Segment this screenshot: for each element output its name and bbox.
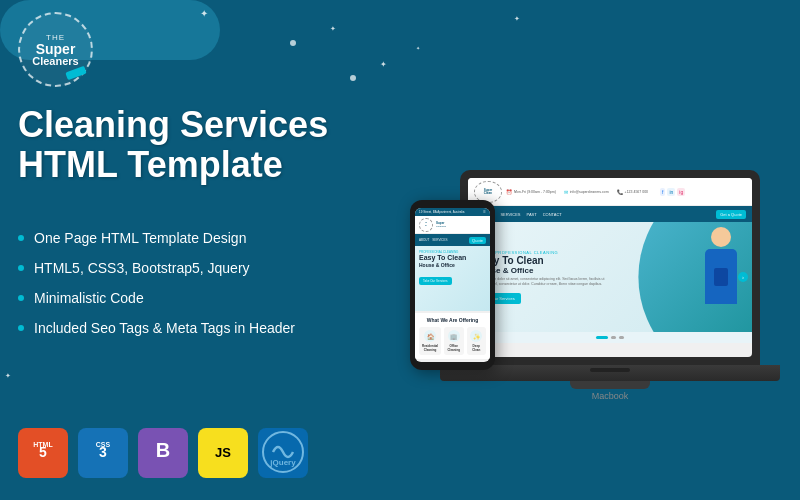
preview-phone: 📞 +123 4567 000 [617,189,648,195]
preview-nav-services: SERVICES [500,212,520,217]
svg-text:jQuery: jQuery [269,458,296,467]
feature-label-2: HTML5, CSS3, Bootstrap5, Jquery [34,260,250,276]
preview-nav-contact: CONTACT [543,212,562,217]
phone-card-3: ✨ Deep Clean [467,327,487,355]
preview-nav-past: PAST [527,212,537,217]
phone-card-icon-2: 🏢 [448,330,460,342]
phone-hero-subtitle: House & Office [419,262,486,268]
jquery-badge: jQuery [258,428,308,478]
preview-site-header: SuperClean ⏰ Mon-Fri (9:00am - 7:00pm) ✉… [468,178,752,206]
bullet-3 [18,295,24,301]
logo-area: THE Super Cleaners [18,12,93,87]
phone-card-icon-3: ✨ [470,330,482,342]
bootstrap-badge: B [138,428,188,478]
preview-hero-arrow-right: › [738,272,748,282]
sparkle-1: ✦ [200,8,208,19]
svg-text:CSS: CSS [96,441,111,448]
laptop-screen-outer: SuperClean ⏰ Mon-Fri (9:00am - 7:00pm) ✉… [460,170,760,365]
phone-hero-title: Easy To Clean [419,254,486,262]
feature-item-1: One Page HTML Template Design [18,230,378,246]
laptop-base [440,365,780,381]
phone-nav: ABOUT SERVICES Quote [415,234,490,246]
html5-badge-label: 5 HTML [29,437,57,470]
preview-hero-title: Easy To Clean [476,255,616,266]
preview-dots [468,332,752,343]
svg-text:B: B [156,439,170,461]
logo-brush-icon [65,66,87,80]
js-badge: JS [198,428,248,478]
main-title-line1: Cleaning Services [18,105,388,145]
tech-badges: 5 HTML 3 CSS B JS [18,428,308,478]
logo-circle: THE Super Cleaners [18,12,93,87]
bullet-2 [18,265,24,271]
feature-label-1: One Page HTML Template Design [34,230,246,246]
css3-badge-label: 3 CSS [89,437,117,470]
preview-site-nav: ABOUT US SERVICES PAST CONTACT Get a Quo… [468,206,752,222]
sparkle-4: ✦ [514,15,520,23]
phone-logo: SC [419,218,433,232]
preview-social-icons: f in ig [660,188,685,196]
logo-brand-line1: Super [36,42,76,56]
phone-section-title: What We Are Offering [419,317,486,323]
phone-service-cards: 🏠 Residential Cleaning 🏢 Office Cleaning… [419,327,486,355]
devices-container: SuperClean ⏰ Mon-Fri (9:00am - 7:00pm) ✉… [400,30,780,420]
phone-header-text: Super Cleaners [433,221,486,228]
js-badge-label: JS [209,437,237,470]
phone-top-bar: 19 Street, BA Apartment, Australia ☰ [415,208,490,216]
preview-email: ✉ info@supercleaners.com [564,189,609,195]
laptop-stand [570,381,650,389]
phone-card-icon-1: 🏠 [424,330,436,342]
phone-card-text-2: Office Cleaning [447,344,461,352]
feature-item-2: HTML5, CSS3, Bootstrap5, Jquery [18,260,378,276]
phone-site-header: SC Super Cleaners [415,216,490,234]
phone-card-2: 🏢 Office Cleaning [444,327,464,355]
phone-card-1: 🏠 Residential Cleaning [419,327,441,355]
sparkle-6: ✦ [5,372,11,380]
phone-card-text-1: Residential Cleaning [422,344,438,352]
bootstrap-badge-label: B [149,437,177,470]
phone-mockup: 19 Street, BA Apartment, Australia ☰ SC … [410,200,495,370]
features-list: One Page HTML Template Design HTML5, CSS… [18,230,378,350]
phone-nav-cta: Quote [469,237,486,244]
jquery-badge-label: jQuery [258,427,308,479]
preview-hero-image [610,222,752,332]
macbook-label: Macbook [440,391,780,401]
feature-item-4: Included Seo Tags & Meta Tags in Header [18,320,378,336]
logo-brand-line2: Cleaners [32,56,78,67]
preview-hero-subtitle: House & Office [476,266,616,275]
preview-contact-info: ⏰ Mon-Fri (9:00am - 7:00pm) ✉ info@super… [506,188,746,196]
preview-hero: HIGHLY PROFESSIONAL CLEANING Easy To Cle… [468,222,752,332]
bullet-1 [18,235,24,241]
dot-1 [290,40,296,46]
phone-hero: PROFESSIONAL CLEANING Easy To Clean Hous… [415,246,490,311]
preview-nav-cta: Get a Quote [716,210,746,219]
bullet-4 [18,325,24,331]
sparkle-3: ✦ [380,60,387,69]
main-title-line2: HTML Template [18,145,388,185]
sparkle-2: ✦ [330,25,336,33]
feature-label-4: Included Seo Tags & Meta Tags in Header [34,320,295,336]
phone-hero-cta: Take Our Services [419,277,452,285]
svg-text:HTML: HTML [33,441,53,448]
phone-nav-about: ABOUT [419,238,429,242]
preview-hero-desc: Lorem ipsum dolor sit amet, consectetur … [476,277,616,287]
phone-services-section: What We Are Offering 🏠 Residential Clean… [415,313,490,359]
laptop-screen-inner: SuperClean ⏰ Mon-Fri (9:00am - 7:00pm) ✉… [468,178,752,357]
phone-nav-services: SERVICES [432,238,447,242]
main-content: Cleaning Services HTML Template [18,105,388,184]
dot-2 [350,75,356,81]
css3-badge: 3 CSS [78,428,128,478]
html5-badge: 5 HTML [18,428,68,478]
preview-cleaner-figure [705,227,737,304]
feature-item-3: Minimalistic Code [18,290,378,306]
phone-card-text-3: Deep Clean [470,344,484,352]
feature-label-3: Minimalistic Code [34,290,144,306]
preview-hours: ⏰ Mon-Fri (9:00am - 7:00pm) [506,189,556,195]
phone-screen: 19 Street, BA Apartment, Australia ☰ SC … [415,208,490,362]
svg-text:JS: JS [215,445,231,460]
